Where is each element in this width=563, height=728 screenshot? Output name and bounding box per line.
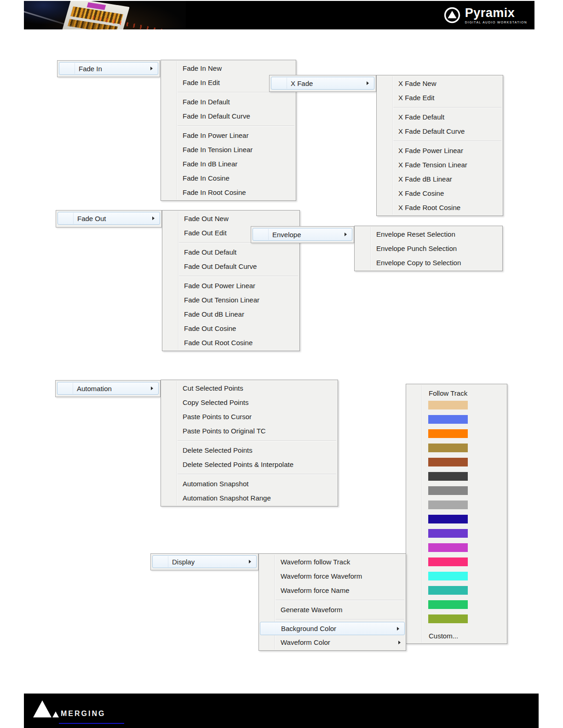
menu-item-generate-waveform[interactable]: Generate Waveform	[259, 603, 406, 617]
automation-submenu: Cut Selected PointsCopy Selected PointsP…	[161, 380, 338, 506]
color-swatch-teal[interactable]	[428, 586, 468, 595]
menu-item-fade-out-tension-linear[interactable]: Fade Out Tension Linear	[162, 293, 299, 307]
menu-item-paste-points-to-cursor[interactable]: Paste Points to Cursor	[161, 410, 338, 424]
menu-item-fade-out[interactable]: Fade Out	[57, 212, 160, 225]
menu-item-fade-in-root-cosine[interactable]: Fade In Root Cosine	[161, 185, 296, 199]
menu-item-label: Fade Out Power Linear	[184, 282, 255, 290]
menu-item-x-fade-edit[interactable]: X Fade Edit	[377, 91, 503, 105]
menu-item-waveform-force-name[interactable]: Waveform force Name	[259, 583, 406, 597]
menu-item-label: Delete Selected Points	[183, 446, 253, 454]
menu-item-display[interactable]: Display	[152, 555, 257, 568]
color-swatch-olive[interactable]	[428, 614, 468, 623]
brand-tagline: DIGITAL AUDIO WORKSTATION	[465, 21, 527, 24]
color-swatch-dark-gray[interactable]	[428, 472, 468, 481]
menu-item-x-fade-default[interactable]: X Fade Default	[377, 110, 503, 124]
menu-item-x-fade[interactable]: X Fade	[271, 77, 374, 90]
menu-item-fade-out-cosine[interactable]: Fade Out Cosine	[162, 321, 299, 336]
menu-item-fade-out-root-cosine[interactable]: Fade Out Root Cosine	[162, 336, 299, 350]
menu-item-label: Fade In Cosine	[183, 174, 230, 182]
menu-item-waveform-follow-track[interactable]: Waveform follow Track	[259, 555, 406, 569]
menu-item-label: Waveform follow Track	[281, 558, 350, 566]
menu-item-x-fade-db-linear[interactable]: X Fade dB Linear	[377, 172, 503, 186]
menu-item-fade-out-default[interactable]: Fade Out Default	[162, 245, 299, 259]
menu-item-label: Fade Out Default	[184, 248, 236, 256]
menu-item-fade-in-db-linear[interactable]: Fade In dB Linear	[161, 157, 296, 171]
submenu-arrow-icon	[398, 641, 401, 644]
menu-item-label: X Fade	[291, 80, 313, 87]
menu-item-label: Automation Snapshot	[183, 480, 248, 488]
menu-item-x-fade-new[interactable]: X Fade New	[377, 76, 503, 91]
menu-item-fade-in-fragment: Fade In	[57, 60, 160, 77]
color-swatch-tan[interactable]	[428, 401, 468, 410]
menu-item-waveform-force-waveform[interactable]: Waveform force Waveform	[259, 569, 406, 583]
menu-item-fade-in-tension-linear[interactable]: Fade In Tension Linear	[161, 142, 296, 157]
color-swatch-cyan[interactable]	[428, 572, 468, 580]
menu-item-fade-in-default-curve[interactable]: Fade In Default Curve	[161, 109, 296, 123]
menu-item-label: Display	[172, 558, 195, 566]
menu-item-fade-in[interactable]: Fade In	[59, 62, 158, 75]
menu-item-fade-in-new[interactable]: Fade In New	[161, 61, 296, 75]
menu-item-envelope-copy-to-selection[interactable]: Envelope Copy to Selection	[355, 256, 502, 270]
menu-item-delete-selected-points[interactable]: Delete Selected Points	[161, 443, 338, 457]
menu-item-delete-selected-points-interpolate[interactable]: Delete Selected Points & Interpolate	[161, 457, 338, 472]
menu-item-fade-in-cosine[interactable]: Fade In Cosine	[161, 171, 296, 185]
menu-item-label: X Fade New	[398, 80, 437, 87]
menu-item-fade-in-default[interactable]: Fade In Default	[161, 95, 296, 109]
menu-item-label: Copy Selected Points	[183, 398, 248, 406]
menu-item-copy-selected-points[interactable]: Copy Selected Points	[161, 395, 338, 410]
menu-item-envelope-punch-selection[interactable]: Envelope Punch Selection	[355, 241, 502, 256]
menu-item-label: Envelope Reset Selection	[376, 230, 455, 238]
menu-item-label: Fade In Edit	[183, 79, 220, 86]
color-swatch-orchid[interactable]	[428, 543, 468, 552]
menu-item-label: X Fade Cosine	[398, 189, 444, 197]
menu-item-automation[interactable]: Automation	[57, 382, 159, 395]
color-swatch-light-gray[interactable]	[428, 500, 468, 509]
menu-item-label: Delete Selected Points & Interpolate	[183, 461, 293, 468]
menu-item-label: Envelope Punch Selection	[376, 245, 457, 252]
menu-item-automation-snapshot-range[interactable]: Automation Snapshot Range	[161, 491, 338, 505]
color-swatch-orange[interactable]	[428, 429, 468, 438]
submenu-arrow-icon	[345, 233, 347, 236]
menu-item-background-color[interactable]: Background Color	[260, 622, 405, 635]
palette-item-follow-track[interactable]: Follow Track	[406, 385, 507, 401]
menu-item-x-fade-power-linear[interactable]: X Fade Power Linear	[377, 143, 503, 158]
menu-item-x-fade-cosine[interactable]: X Fade Cosine	[377, 186, 503, 200]
menu-item-fade-in-power-linear[interactable]: Fade In Power Linear	[161, 128, 296, 142]
menu-item-label: X Fade dB Linear	[398, 175, 452, 183]
menu-item-fade-out-power-linear[interactable]: Fade Out Power Linear	[162, 279, 299, 293]
menu-item-x-fade-tension-linear[interactable]: X Fade Tension Linear	[377, 158, 503, 172]
color-swatch-royal-blue[interactable]	[428, 415, 468, 424]
menu-item-label: X Fade Root Cosine	[398, 204, 460, 211]
menu-item-automation-snapshot[interactable]: Automation Snapshot	[161, 477, 338, 491]
menu-item-paste-points-to-original-tc[interactable]: Paste Points to Original TC	[161, 424, 338, 438]
color-swatch-hot-pink[interactable]	[428, 557, 468, 566]
color-swatch-violet[interactable]	[428, 529, 468, 538]
menu-item-fade-out-db-linear[interactable]: Fade Out dB Linear	[162, 307, 299, 321]
menu-item-envelope-reset-selection[interactable]: Envelope Reset Selection	[355, 227, 502, 241]
menu-item-fade-out-new[interactable]: Fade Out New	[162, 211, 299, 226]
color-swatch-brown[interactable]	[428, 458, 468, 466]
menu-item-label: Fade Out Default Curve	[184, 262, 257, 270]
menu-item-fade-out-default-curve[interactable]: Fade Out Default Curve	[162, 259, 299, 273]
footer-brand-name: MERGING	[61, 710, 105, 717]
menu-item-waveform-color[interactable]: Waveform Color	[259, 635, 406, 649]
color-swatch-gray[interactable]	[428, 486, 468, 495]
menu-separator	[259, 617, 406, 622]
submenu-arrow-icon	[150, 67, 153, 70]
menu-item-envelope[interactable]: Envelope	[253, 228, 352, 241]
menu-item-x-fade-root-cosine[interactable]: X Fade Root Cosine	[377, 200, 503, 215]
color-swatch-navy[interactable]	[428, 515, 468, 523]
menu-item-label: Fade Out Edit	[184, 229, 227, 237]
pyramix-logo: Pyramix DIGITAL AUDIO WORKSTATION	[443, 6, 527, 24]
color-swatch-green[interactable]	[428, 600, 468, 609]
menu-item-label: Fade Out New	[184, 215, 229, 222]
color-swatch-dark-gold[interactable]	[428, 444, 468, 452]
menu-item-fade-out-fragment: Fade Out	[56, 210, 162, 228]
menu-item-label: Background Color	[281, 625, 336, 632]
menu-item-cut-selected-points[interactable]: Cut Selected Points	[161, 381, 338, 395]
menu-item-x-fade-default-curve[interactable]: X Fade Default Curve	[377, 124, 503, 138]
menu-item-label: Waveform force Name	[281, 586, 349, 594]
palette-item-custom[interactable]: Custom...	[406, 629, 507, 643]
merging-triangle-icon	[33, 700, 52, 717]
menu-separator	[377, 105, 503, 110]
